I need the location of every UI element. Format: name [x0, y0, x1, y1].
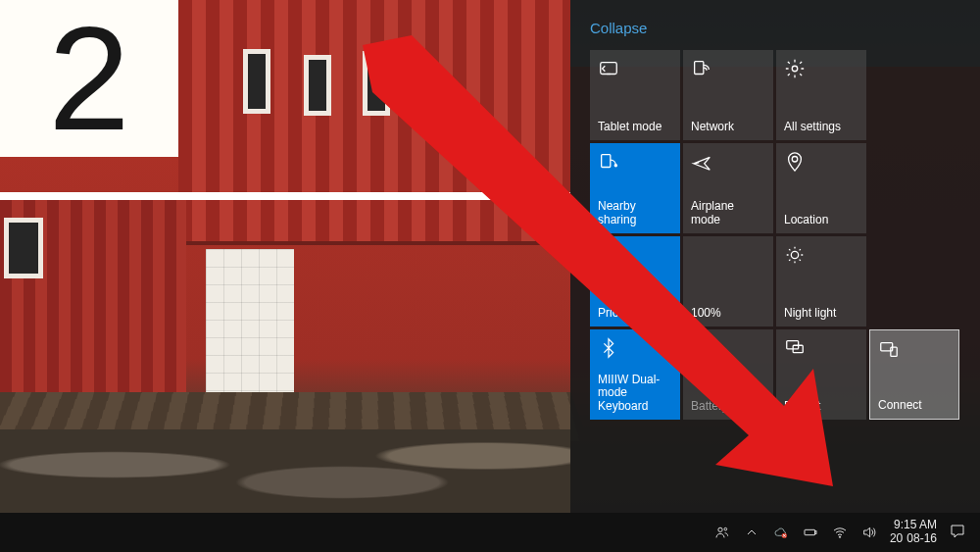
action-center-button[interactable]	[949, 523, 968, 542]
tile-label: Airplane mode	[691, 200, 765, 227]
chevron-up-icon[interactable]	[743, 524, 760, 541]
clock-time: 9:15 AM	[894, 519, 937, 532]
tile-label: 100%	[691, 307, 765, 321]
svg-point-3	[724, 527, 727, 530]
leaf-icon	[691, 337, 712, 359]
tile-nearby-sharing[interactable]: Nearby sharing	[590, 143, 680, 233]
battery-tray-icon[interactable]	[802, 524, 819, 541]
taskbar-clock[interactable]: 9:15 AM 20 08-16	[890, 519, 937, 546]
barn-door	[206, 249, 294, 396]
tile-label: Battery saver	[691, 400, 765, 414]
location-icon	[784, 151, 806, 173]
tile-label: Connect	[878, 399, 951, 413]
tile-night-light[interactable]: Night light	[776, 236, 866, 326]
barn-upper-wall	[178, 0, 570, 245]
step-number: 2	[48, 5, 129, 152]
tile-label: Priority only	[598, 307, 672, 321]
tile-label: Night light	[784, 307, 858, 321]
tile-project[interactable]: Project	[776, 329, 866, 420]
airplane-icon	[691, 151, 712, 173]
svg-point-2	[718, 527, 722, 531]
moon-icon	[598, 244, 619, 266]
clock-date: 08-16	[906, 532, 937, 546]
tile-brightness[interactable]: 100%	[683, 236, 773, 326]
tile-bluetooth[interactable]: MIIIW Dual-mode Keyboard	[590, 329, 680, 420]
tile-label: Location	[784, 214, 858, 227]
share-icon	[598, 151, 619, 173]
tile-battery-saver[interactable]: Battery saver	[683, 329, 773, 420]
taskbar: 9:15 AM 20 08-16	[0, 513, 980, 552]
tablet-icon	[598, 58, 619, 79]
onedrive-icon[interactable]	[772, 524, 790, 541]
volume-tray-icon[interactable]	[860, 524, 878, 541]
clock-year-prefix: 20	[890, 532, 903, 546]
tile-label: Network	[691, 121, 765, 134]
tile-label: Tablet mode	[598, 121, 672, 134]
people-icon[interactable]	[713, 524, 731, 541]
barn-window	[4, 218, 43, 278]
bluetooth-icon	[598, 337, 619, 359]
quick-action-tiles: Tablet modeNetworkAll settingsNearby sha…	[590, 50, 960, 420]
project-icon	[784, 337, 806, 359]
tile-connect[interactable]: Connect	[869, 329, 959, 420]
tile-label: Nearby sharing	[598, 200, 672, 227]
barn-roofline	[0, 192, 570, 200]
tile-label: MIIIW Dual-mode Keyboard	[598, 374, 672, 414]
gear-icon	[784, 58, 806, 79]
tile-tablet-mode[interactable]: Tablet mode	[590, 50, 680, 140]
tile-label: Project	[784, 400, 858, 414]
tile-label: All settings	[784, 121, 858, 134]
rocks	[0, 429, 570, 513]
svg-rect-7	[805, 529, 815, 534]
tile-all-settings[interactable]: All settings	[776, 50, 866, 140]
svg-rect-8	[815, 531, 816, 534]
tile-airplane-mode[interactable]: Airplane mode	[683, 143, 773, 233]
svg-point-9	[839, 536, 840, 537]
barn-window	[243, 49, 270, 114]
tile-priority-only[interactable]: Priority only	[590, 236, 680, 326]
barn-window	[363, 51, 390, 116]
wifi-tray-icon[interactable]	[831, 524, 849, 541]
tile-location[interactable]: Location	[776, 143, 866, 233]
collapse-link[interactable]: Collapse	[590, 20, 647, 36]
brightness-icon	[784, 244, 806, 266]
svg-marker-10	[864, 527, 870, 536]
barn-window	[304, 55, 331, 116]
wifi-icon	[691, 58, 712, 79]
connect-icon	[878, 338, 900, 360]
tile-network[interactable]: Network	[683, 50, 773, 140]
action-center-panel: Collapse Tablet modeNetworkAll settingsN…	[570, 0, 980, 513]
step-number-badge: 2	[0, 0, 178, 157]
